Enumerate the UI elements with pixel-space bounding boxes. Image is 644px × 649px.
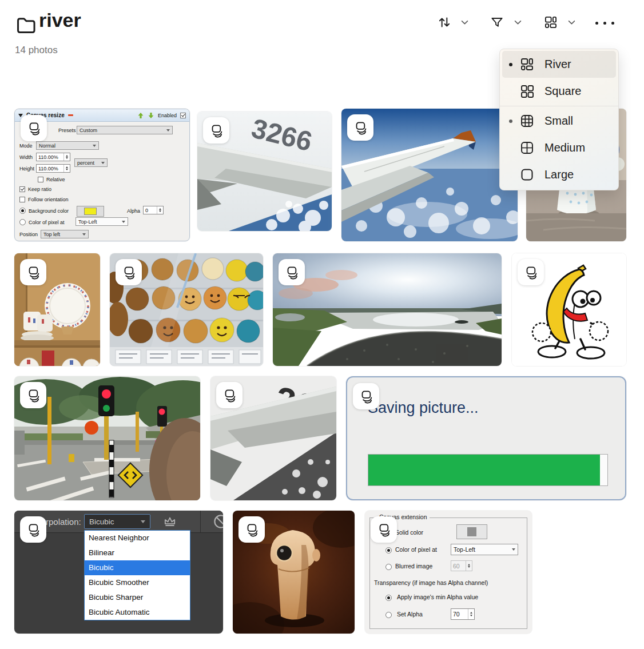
photo-count: 14 photos [15,45,58,56]
mode-select: Normal [36,141,99,150]
pixel-color-radio [385,547,392,554]
stack-icon [359,389,373,404]
photos-app-window: river 14 photos River Square [0,0,644,649]
menu-item-river[interactable]: River [502,51,616,78]
pixel-color-radio [19,219,26,225]
stack-icon [209,123,224,138]
enabled-checkbox [180,113,186,118]
stack-icon [244,522,259,537]
grid-large-icon [519,167,535,182]
presets-select: Custom [77,126,173,134]
layout-grid-icon [543,15,558,30]
stack-icon [121,265,136,280]
layout-dropdown-chevron[interactable] [568,20,575,25]
collapse-triangle-icon [18,114,23,117]
saving-progress-track [368,454,608,486]
layout-button[interactable] [543,15,558,30]
layout-menu: River Square Small Medium Large [499,49,619,190]
selected-dot [502,63,519,66]
sort-button[interactable] [437,15,452,30]
photo-thumbnail-shelf[interactable] [14,253,100,366]
photo-thumbnail-saving-dialog[interactable]: Saving picture... [346,376,626,500]
photo-thumbnail-panorama[interactable] [273,253,502,366]
set-alpha-radio [385,612,392,618]
stack-badge[interactable] [20,259,46,285]
option-nearest-neighbor: Nearest Neighbor [85,531,190,546]
background-color-radio [19,208,26,214]
photo-thumbnail-wing-clouds[interactable] [341,109,518,241]
stack-icon [353,120,368,135]
stack-icon [26,522,41,537]
position-select: Top left [41,230,89,238]
folder-icon [15,14,37,35]
saving-text: Saving picture... [368,399,479,417]
stack-icon [523,265,538,280]
photo-thumbnail-bw-wing[interactable]: 266 [210,376,336,500]
pixel-position-select: Top-Left [451,544,518,555]
panorama-photo-image [273,253,502,366]
sort-icon [437,15,452,30]
stack-badge[interactable] [353,383,379,409]
stack-badge[interactable] [238,516,265,543]
filter-button[interactable] [490,15,504,30]
toolbar-divider [200,511,201,532]
follow-orientation-checkbox [19,197,25,202]
menu-item-large[interactable]: Large [502,161,616,188]
solid-color-swatch [456,524,487,539]
chevron-down-icon [514,20,522,25]
blurred-image-radio [385,564,392,570]
stack-badge[interactable] [20,516,46,543]
stack-icon [376,522,391,537]
more-options-button[interactable] [595,16,614,30]
stack-badge[interactable] [21,115,47,141]
stack-icon [222,388,237,403]
alpha-spinner: 0 [143,206,164,214]
stack-badge[interactable] [216,382,243,408]
menu-item-square[interactable]: Square [502,78,616,105]
photo-thumbnail-canvas-resize[interactable]: Canvas resize Enabled Presets Custom Mod… [14,109,190,241]
unit-select: percent [74,158,108,167]
photo-thumbnail-canvas-extension[interactable]: Canvas extension Solid color Color of pi… [365,511,532,634]
blur-spinner: 60 [451,560,472,571]
stack-badge[interactable] [116,259,142,285]
stack-badge[interactable] [279,259,305,285]
interpolation-options-list: Nearest Neighbor Bilinear Bicubic Bicubi… [84,530,190,620]
relative-checkbox [38,177,43,182]
photo-thumbnail-interpolation[interactable]: Interpolation: Bicubic Nearest Neighbor … [14,511,223,634]
stack-badge[interactable] [518,259,544,285]
height-spinner: 110.00% [36,164,70,173]
option-bicubic-smoother: Bicubic Smoother [85,575,190,590]
stack-badge[interactable] [203,117,229,144]
saving-progress-fill [368,455,600,485]
prohibit-icon [212,513,223,530]
filter-icon [490,15,504,30]
puppet-warp-icon [162,513,178,529]
chevron-down-icon [568,20,575,25]
background-color-swatch-inner [84,208,97,215]
set-alpha-spinner: 70 [451,608,475,620]
interpolation-select: Bicubic [84,514,150,529]
stack-icon [284,265,299,280]
menu-item-medium[interactable]: Medium [502,134,616,161]
stack-badge[interactable] [20,382,46,408]
more-ellipsis-icon [595,22,598,25]
sort-dropdown-chevron[interactable] [461,20,468,25]
apply-min-alpha-radio [385,595,392,601]
menu-separator [500,106,618,106]
photo-thumbnail-wing[interactable]: 3266 [197,112,332,231]
photo-thumbnail-buns[interactable] [110,253,263,366]
photo-thumbnail-banana[interactable] [512,253,626,366]
filter-dropdown-chevron[interactable] [514,20,522,25]
menu-item-small[interactable]: Small [502,107,616,134]
width-spinner: 110.00% [36,153,70,161]
option-bicubic: Bicubic [85,560,190,575]
photo-thumbnail-traffic[interactable] [14,376,200,500]
option-bicubic-automatic: Bicubic Automatic [85,605,190,620]
stack-badge[interactable] [347,114,373,141]
photo-thumbnail-creature[interactable] [233,511,355,634]
river-layout-icon [519,57,535,72]
chevron-down-icon [461,20,468,25]
grid-small-icon [519,113,535,129]
stack-badge[interactable] [371,516,397,543]
option-bilinear: Bilinear [85,546,190,560]
